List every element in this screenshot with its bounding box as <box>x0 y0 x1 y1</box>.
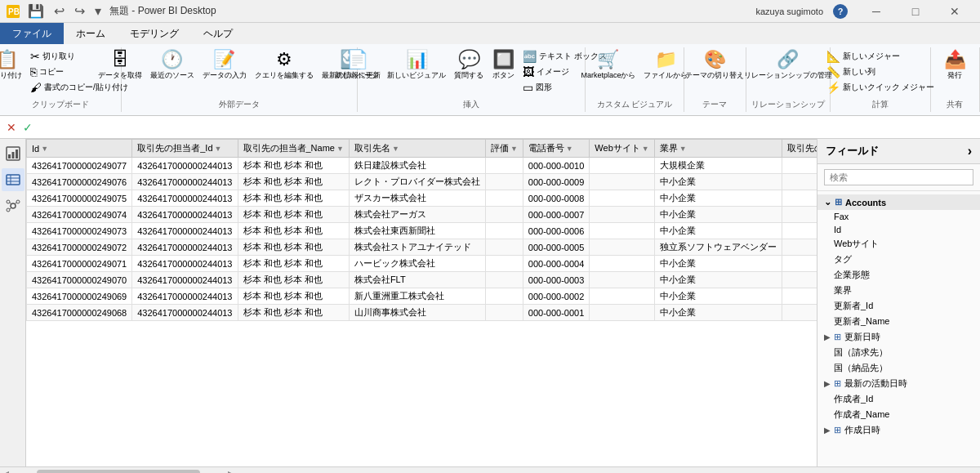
table-cell: 中小企業 <box>654 223 782 239</box>
field-item[interactable]: 更新者_Name <box>817 314 980 329</box>
fields-section: ⌄ ⊞ Accounts FaxIdWebサイトタグ企業形態業界更新者_Id更新… <box>817 191 980 466</box>
col-location[interactable]: 取引先の場所▼ <box>782 140 817 158</box>
col-id[interactable]: Id▼ <box>27 140 132 158</box>
paste-button[interactable]: 📋 貼り付け <box>0 49 25 83</box>
field-item[interactable]: 業界 <box>817 283 980 298</box>
undo-btn[interactable]: ↩ <box>51 3 68 19</box>
new-quick-measure-button[interactable]: ⚡ 新しいクイック メジャー <box>823 80 938 95</box>
enter-data-button[interactable]: 📝 データの入力 <box>199 49 250 83</box>
table-cell: 4326417000000244013 <box>132 305 238 321</box>
dropdown-btn[interactable]: ▾ <box>91 3 105 19</box>
tab-modeling[interactable]: モデリング <box>118 23 191 44</box>
qa-button[interactable]: 💬 質問する <box>451 49 487 83</box>
col-company[interactable]: 取引先名▼ <box>349 140 485 158</box>
data-view-button[interactable] <box>2 168 24 191</box>
field-item[interactable]: ▶⊞作成日時 <box>817 422 980 438</box>
close-button[interactable]: ✕ <box>936 0 973 23</box>
recent-sources-button[interactable]: 🕐 最近のソース <box>147 49 198 83</box>
table-cell: 4326417000000244013 <box>132 272 238 288</box>
table-cell <box>590 223 654 239</box>
field-item[interactable]: 更新者_Id <box>817 298 980 314</box>
table-cell: 中小企業 <box>654 256 782 272</box>
titlebar: PB 💾 ↩ ↪ ▾ 無題 - Power BI Desktop kazuya … <box>0 0 980 23</box>
col-contact-name[interactable]: 取引先の担当者_Name▼ <box>238 140 349 158</box>
field-item[interactable]: 国（請求先） <box>817 345 980 360</box>
model-view-button[interactable] <box>2 194 24 217</box>
paste-label: 貼り付け <box>0 70 22 81</box>
data-table-container[interactable]: Id▼ 取引先の担当者_Id▼ 取引先の担当者_Name▼ 取引先名▼ 評価▼ … <box>26 139 817 466</box>
fields-search-input[interactable] <box>824 169 973 185</box>
field-name: 企業形態 <box>834 269 870 281</box>
new-measure-button[interactable]: 📐 新しいメジャー <box>823 49 938 64</box>
table-cell: 中小企業 <box>654 207 782 223</box>
scroll-left-btn[interactable]: ◂ <box>0 466 12 474</box>
calculations-label: 計算 <box>872 99 889 112</box>
accounts-section-header[interactable]: ⌄ ⊞ Accounts <box>817 194 980 210</box>
paste-icon: 📋 <box>0 51 18 69</box>
formula-confirm-button[interactable]: ✓ <box>23 121 33 134</box>
field-item[interactable]: Fax <box>817 210 980 223</box>
col-industry[interactable]: 業界▼ <box>654 140 782 158</box>
table-cell: 000-000-0004 <box>523 256 590 272</box>
field-name: 更新者_Id <box>834 300 873 312</box>
get-data-button[interactable]: 🗄 データを取得 <box>95 49 145 83</box>
table-icon: ⊞ <box>834 425 841 435</box>
new-page-button[interactable]: 📄 新しいページ <box>332 49 382 83</box>
table-cell: 杉本 和也 杉本 和也 <box>238 207 349 223</box>
collapse-icon[interactable]: › <box>968 144 972 158</box>
field-item[interactable]: 作成者_Id <box>817 391 980 407</box>
field-item[interactable]: ▶⊞更新日時 <box>817 329 980 345</box>
table-cell <box>782 305 817 321</box>
table-cell: 中小企業 <box>654 272 782 288</box>
scrollbar-thumb[interactable] <box>37 470 200 474</box>
report-view-button[interactable] <box>2 142 24 165</box>
field-item[interactable]: Id <box>817 223 980 236</box>
button-button[interactable]: 🔲 ボタン <box>488 49 518 83</box>
table-cell <box>590 305 654 321</box>
col-rating[interactable]: 評価▼ <box>485 140 523 158</box>
table-cell: 中小企業 <box>654 174 782 190</box>
field-item[interactable]: 企業形態 <box>817 267 980 283</box>
new-quick-measure-icon: ⚡ <box>826 81 840 94</box>
new-visual-button[interactable]: 📊 新しいビジュアル <box>384 49 449 83</box>
help-button[interactable]: ? <box>833 4 848 19</box>
new-column-button[interactable]: 📏 新しい列 <box>823 65 938 79</box>
redo-btn[interactable]: ↪ <box>71 3 88 19</box>
main-area: Id▼ 取引先の担当者_Id▼ 取引先の担当者_Name▼ 取引先名▼ 評価▼ … <box>0 139 980 466</box>
table-cell: 杉本 和也 杉本 和也 <box>238 158 349 174</box>
table-header-row: Id▼ 取引先の担当者_Id▼ 取引先の担当者_Name▼ 取引先名▼ 評価▼ … <box>27 140 817 158</box>
image-label: イメージ <box>537 66 569 78</box>
svg-point-13 <box>7 208 10 212</box>
publish-button[interactable]: 📤 発行 <box>940 49 969 83</box>
table-cell <box>485 207 523 223</box>
tab-file[interactable]: ファイル <box>0 23 64 44</box>
col-contact-id[interactable]: 取引先の担当者_Id▼ <box>132 140 238 158</box>
field-item[interactable]: 作成者_Name <box>817 407 980 422</box>
svg-rect-6 <box>7 175 20 185</box>
field-item[interactable]: ▶⊞最新の活動日時 <box>817 376 980 391</box>
maximize-button[interactable]: □ <box>897 0 934 23</box>
table-cell: 杉本 和也 杉本 和也 <box>238 174 349 190</box>
tab-help[interactable]: ヘルプ <box>191 23 245 44</box>
table-cell: 000-000-0003 <box>523 272 590 288</box>
scroll-right-btn[interactable]: ▸ <box>225 466 237 474</box>
col-website[interactable]: Webサイト▼ <box>590 140 654 158</box>
horizontal-scrollbar[interactable]: ◂ ▸ <box>0 466 980 473</box>
field-item[interactable]: 国（納品先） <box>817 360 980 376</box>
transform-button[interactable]: ⚙ クエリを編集する <box>252 49 317 83</box>
col-phone[interactable]: 電話番号▼ <box>523 140 590 158</box>
table-cell <box>590 174 654 190</box>
tab-home[interactable]: ホーム <box>64 23 118 44</box>
relationships-label: リレーションシップ <box>751 99 825 112</box>
minimize-button[interactable]: ─ <box>858 0 895 23</box>
titlebar-right: kazuya sugimoto ? ─ □ ✕ <box>755 0 973 23</box>
table-row: 43264170000002490744326417000000244013杉本… <box>27 207 817 223</box>
switch-theme-button[interactable]: 🎨 テーマの切り替え <box>682 49 747 83</box>
table-row: 43264170000002490704326417000000244013杉本… <box>27 272 817 288</box>
field-item[interactable]: タグ <box>817 252 980 267</box>
save-btn[interactable]: 💾 <box>24 3 47 19</box>
field-item[interactable]: Webサイト <box>817 236 980 252</box>
marketplace-button[interactable]: 🛒 Marketplaceから <box>577 49 639 83</box>
manage-relationships-button[interactable]: 🔗 リレーションシップの管理 <box>741 49 835 83</box>
formula-cancel-button[interactable]: ✕ <box>7 121 16 134</box>
